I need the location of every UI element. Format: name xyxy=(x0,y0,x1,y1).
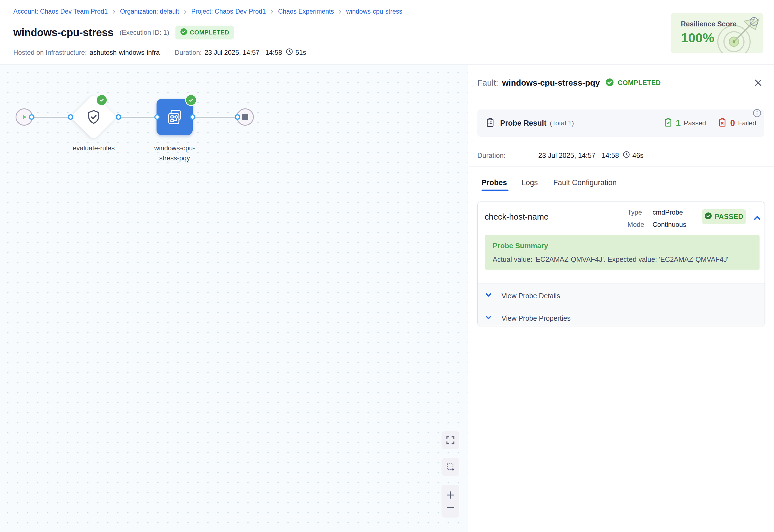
tab-fault-configuration[interactable]: Fault Configuration xyxy=(553,176,617,189)
fault-name: windows-cpu-stress-pqy xyxy=(502,78,600,88)
probe-card: check-host-name Type cmdProbe Mode Conti… xyxy=(477,202,765,326)
panel-divider xyxy=(468,166,774,166)
probe-name: check-host-name xyxy=(485,212,549,222)
close-icon[interactable] xyxy=(753,78,763,89)
view-probe-details-label: View Probe Details xyxy=(502,292,560,300)
passed-label: Passed xyxy=(684,119,706,127)
hosted-label: Hosted on Infrastructure: xyxy=(13,49,87,56)
fault-node[interactable] xyxy=(157,99,193,135)
breadcrumb-account-link[interactable]: Account: Chaos Dev Team Prod1 xyxy=(13,8,108,15)
probe-summary-box: Probe Summary Actual value: 'EC2AMAZ-QMV… xyxy=(485,235,760,270)
edge-port xyxy=(68,114,73,120)
pipeline-canvas[interactable]: evaluate-rules windows-cpu- stress-pqy xyxy=(0,65,468,532)
check-circle-icon xyxy=(606,78,614,88)
probe-status-label: PASSED xyxy=(715,213,743,221)
probe-summary-title: Probe Summary xyxy=(493,242,752,250)
breadcrumb-org-link[interactable]: Organization: default xyxy=(120,8,179,15)
chevron-down-icon xyxy=(484,290,493,301)
panel-divider xyxy=(468,191,774,191)
canvas-fullscreen-button[interactable] xyxy=(441,431,459,449)
clock-icon xyxy=(622,151,630,160)
edge-port xyxy=(116,114,121,120)
tab-logs[interactable]: Logs xyxy=(522,176,538,189)
panel-duration-label: Duration: xyxy=(477,151,538,160)
edge-port xyxy=(154,114,160,120)
probe-result-total: (Total 1) xyxy=(550,119,574,127)
breadcrumb-separator-icon xyxy=(111,9,117,14)
failed-count-group: 0 Failed xyxy=(718,118,756,128)
breadcrumb-project-link[interactable]: Project: Chaos-Dev-Prod1 xyxy=(191,8,266,15)
edge-port xyxy=(190,114,195,120)
status-badge: COMPLETED xyxy=(175,26,234,39)
info-icon[interactable] xyxy=(749,17,759,27)
marquee-select-icon xyxy=(446,462,455,472)
fault-status-label: COMPLETED xyxy=(618,79,661,87)
duration-elapsed: 51s xyxy=(296,49,306,56)
fault-header-row: Fault: windows-cpu-stress-pqy COMPLETED xyxy=(477,77,661,89)
probe-type-mode: Type cmdProbe Mode Continuous xyxy=(627,206,686,231)
stop-icon xyxy=(242,114,248,120)
chaos-experiment-run-page: Account: Chaos Dev Team Prod1 Organizati… xyxy=(0,0,774,532)
failed-count: 0 xyxy=(730,118,735,128)
resilience-score-label: Resilience Score xyxy=(681,20,736,28)
experiment-icon xyxy=(165,108,184,126)
evaluate-rules-node[interactable] xyxy=(71,94,117,140)
breadcrumb-current-link[interactable]: windows-cpu-stress xyxy=(346,8,402,15)
zoom-in-icon[interactable] xyxy=(446,490,455,500)
resilience-score-value: 100% xyxy=(681,30,714,45)
probe-mode-label: Mode xyxy=(627,218,650,231)
evaluate-success-icon xyxy=(97,95,107,105)
panel-duration-value: 23 Jul 2025, 14:57 - 14:58 xyxy=(538,151,619,160)
breadcrumb-separator-icon xyxy=(182,9,188,14)
execution-id: (Execution ID: 1) xyxy=(120,29,169,36)
breadcrumb-separator-icon xyxy=(269,9,275,14)
probe-mode-value: Continuous xyxy=(653,218,686,231)
view-probe-properties-row[interactable]: View Probe Properties xyxy=(484,313,570,324)
breadcrumb-experiments-link[interactable]: Chaos Experiments xyxy=(278,8,334,15)
passed-count: 1 xyxy=(676,118,681,128)
resilience-score-card: Resilience Score 100% xyxy=(671,13,763,53)
edge-port xyxy=(235,114,240,120)
title-row: windows-cpu-stress (Execution ID: 1) COM… xyxy=(13,26,234,39)
edge-fault-to-end xyxy=(193,117,237,118)
canvas-select-button[interactable] xyxy=(441,458,459,476)
page-header: Account: Chaos Dev Team Prod1 Organizati… xyxy=(0,0,774,65)
zoom-out-icon[interactable] xyxy=(446,503,455,512)
clipboard-x-icon xyxy=(718,118,727,128)
shield-check-icon xyxy=(86,109,102,125)
view-probe-details-row[interactable]: View Probe Details xyxy=(484,290,560,301)
chevron-up-icon[interactable] xyxy=(752,213,762,224)
view-probe-properties-label: View Probe Properties xyxy=(502,314,570,322)
edge-start-to-evaluate xyxy=(32,117,71,118)
header-meta-row: Hosted on Infrastructure: ashutosh-windo… xyxy=(13,48,306,57)
canvas-zoom-controls xyxy=(441,485,459,518)
probe-result-bar: Probe Result (Total 1) 1 Passed 0 Failed xyxy=(477,110,764,137)
fault-success-icon xyxy=(186,95,196,105)
probe-status-badge: PASSED xyxy=(702,209,746,224)
edge-port xyxy=(29,114,34,120)
fault-node-label: windows-cpu- stress-pqy xyxy=(141,143,208,163)
check-circle-icon xyxy=(704,212,712,221)
page-title: windows-cpu-stress xyxy=(13,27,113,39)
play-icon xyxy=(21,113,28,121)
probe-card-footer: View Probe Details View Probe Properties xyxy=(478,284,765,326)
breadcrumb: Account: Chaos Dev Team Prod1 Organizati… xyxy=(13,8,402,15)
check-circle-icon xyxy=(180,28,187,37)
duration-label: Duration: xyxy=(175,49,202,56)
probe-summary-text: Actual value: 'EC2AMAZ-QMVAF4J'. Expecte… xyxy=(493,255,752,263)
status-badge-label: COMPLETED xyxy=(190,29,229,36)
tab-probes[interactable]: Probes xyxy=(482,176,507,189)
clipboard-check-icon xyxy=(663,118,673,128)
fault-label: Fault: xyxy=(477,78,498,88)
duration-value: 23 Jul 2025, 14:57 - 14:58 xyxy=(205,49,282,56)
passed-count-group: 1 Passed xyxy=(663,118,706,128)
probe-result-title: Probe Result xyxy=(500,119,547,128)
fullscreen-icon xyxy=(446,436,455,445)
panel-duration-row: Duration: 23 Jul 2025, 14:57 - 14:58 46s xyxy=(477,150,644,161)
info-icon[interactable] xyxy=(753,109,761,119)
probe-type-label: Type xyxy=(627,206,650,218)
clock-icon xyxy=(286,48,293,57)
hosted-value: ashutosh-windows-infra xyxy=(90,49,160,56)
breadcrumb-separator-icon xyxy=(337,9,343,14)
clipboard-icon xyxy=(485,118,495,129)
